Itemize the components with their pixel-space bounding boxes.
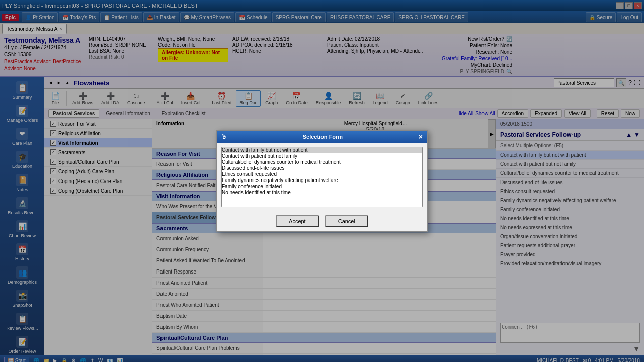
dialog-icon: 🖱	[221, 134, 227, 140]
dialog-option-5[interactable]: Ethics consult requested	[222, 171, 422, 177]
dialog-option-3[interactable]: Cultural/belief dynamics counter to medi…	[222, 159, 422, 165]
dialog-option-4[interactable]: Discussed end-of-life issues	[222, 165, 422, 171]
dialog-option-2[interactable]: Contact with patient but not family	[222, 153, 422, 159]
dialog-option-8[interactable]: No needs identified at this time	[222, 190, 422, 196]
dialog-content: Contact with family but not with patient…	[217, 143, 427, 211]
dialog-title: Selection Form	[303, 134, 343, 140]
dialog-cancel-button[interactable]: Cancel	[325, 215, 368, 227]
dialog-options-list[interactable]: Contact with family but not with patient…	[221, 147, 423, 207]
dialog-close-button[interactable]: ×	[419, 133, 423, 141]
selection-dialog: 🖱 Selection Form × Contact with family b…	[216, 130, 428, 232]
dialog-option-6[interactable]: Family dynamics negatively affecting pat…	[222, 177, 422, 184]
dialog-option-1[interactable]: Contact with family but not with patient	[222, 147, 422, 153]
dialog-buttons: Accept Cancel	[217, 211, 427, 231]
dialog-option-7[interactable]: Family conference initiated	[222, 184, 422, 190]
dialog-accept-button[interactable]: Accept	[276, 215, 319, 227]
dialog-overlay: 🖱 Selection Form × Contact with family b…	[0, 0, 644, 362]
dialog-title-bar: 🖱 Selection Form ×	[217, 131, 427, 143]
